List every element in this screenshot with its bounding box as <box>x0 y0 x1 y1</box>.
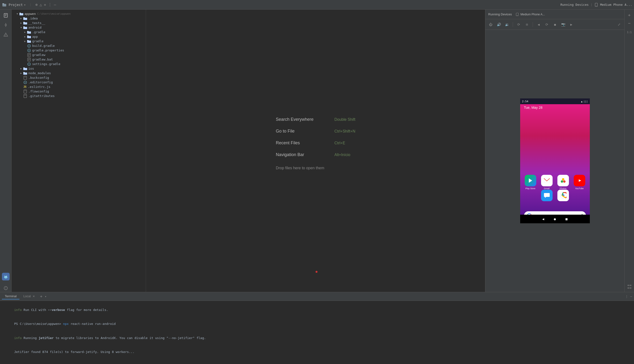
tree-item-editorconfig[interactable]: .editorconfig <box>12 80 146 84</box>
tree-item-dotgradle[interactable]: ▶ .gradle <box>12 30 146 34</box>
terminal-minimize-btn[interactable]: — <box>630 294 632 298</box>
phone-nav-bar: ◀ ● ■ <box>520 215 590 223</box>
sidebar-icon-android[interactable] <box>2 273 10 280</box>
stop-btn[interactable]: ◼ <box>552 21 558 28</box>
tree-item-appwen[interactable]: ▼ appwen C:\Users\moise\appwen <box>12 12 146 16</box>
tree-item-ios[interactable]: ▶ ios <box>12 66 146 71</box>
tree-item-eslintrc[interactable]: JS .eslintrc.js <box>12 84 146 89</box>
app-messages[interactable] <box>541 190 552 202</box>
phone-status-bar: 2:54 ▲ ||| <box>520 98 590 104</box>
main-content: ▼ appwen C:\Users\moise\appwen ▶ .idea ▶… <box>0 10 634 292</box>
gmail-icon <box>541 175 552 186</box>
project-title[interactable]: Project ▾ <box>9 3 26 7</box>
expand-icon[interactable]: ⊕ <box>35 2 38 7</box>
device-tab[interactable]: Medium Phone A... <box>516 13 545 16</box>
top-bar-left: Project ▾ | ⊕ △ ✕ ⋮ — <box>2 2 56 7</box>
volume-down-btn[interactable]: 🔉 <box>504 21 510 28</box>
phone-app-grid: Play Store Gmail <box>520 175 590 190</box>
phone-date: Tue, May 28 <box>524 106 542 110</box>
running-devices-panel: Running Devices Medium Phone A... ⏻ 🔊 🔉 … <box>485 10 624 292</box>
tree-item-gradle[interactable]: ▶ gradle <box>12 39 146 44</box>
tree-label: .editorconfig <box>28 80 53 84</box>
terminal-right-actions: ⋮ — <box>625 294 632 298</box>
zoom-out-btn[interactable]: − <box>626 20 633 26</box>
tree-label: .eslintrc.js <box>28 85 50 88</box>
tree-label: gradle.properties <box>32 48 64 52</box>
tree-item-node-modules[interactable]: ▶ node_modules <box>12 71 146 76</box>
tree-item-flowconfig[interactable]: .flowconfig <box>12 89 146 94</box>
tree-item-gradlew-bat[interactable]: gradlew.bat <box>12 57 146 62</box>
svg-rect-52 <box>24 76 27 80</box>
tree-item-build-gradle[interactable]: build.gradle <box>12 44 146 48</box>
up-icon[interactable]: △ <box>40 2 42 7</box>
terminal-content[interactable]: info Run CLI with --verbose flag for mor… <box>0 301 634 364</box>
left-sidebar-icons <box>0 10 12 292</box>
term-line-2: PS C:\Users\moise\appwen> npx react-nati… <box>3 317 631 331</box>
sidebar-icon-warnings[interactable] <box>2 31 10 38</box>
sidebar-icon-bottom[interactable] <box>2 284 10 292</box>
svg-rect-28 <box>23 22 25 23</box>
svg-point-13 <box>6 36 6 36</box>
tab-terminal[interactable]: Terminal <box>2 294 20 300</box>
play-store-icon <box>525 175 536 186</box>
minimize-icon[interactable]: — <box>54 2 56 7</box>
tree-item-idea[interactable]: ▶ .idea <box>12 16 146 21</box>
prev-btn[interactable]: ◀ <box>535 21 542 28</box>
fit-screen-btn[interactable] <box>626 283 633 290</box>
wifi-icon: ▲ <box>581 100 582 103</box>
welcome-recent[interactable]: Recent Files Ctrl+E <box>276 140 355 146</box>
sidebar-icon-files[interactable] <box>2 12 10 19</box>
nav-recent-btn[interactable]: ■ <box>566 217 568 221</box>
svg-point-17 <box>6 276 6 276</box>
tree-item-settings-gradle[interactable]: settings.gradle <box>12 62 146 66</box>
more-btn[interactable]: ▶ <box>568 21 575 28</box>
tree-label: .gradle <box>32 30 46 34</box>
app-photos[interactable]: Photos <box>558 175 569 190</box>
red-dot-indicator <box>316 271 318 273</box>
youtube-icon <box>574 175 585 186</box>
close-icon[interactable]: ✕ <box>44 2 46 7</box>
app-youtube[interactable]: YouTube <box>574 175 585 190</box>
app-chrome[interactable] <box>558 190 569 202</box>
tab-local-close[interactable]: ✕ <box>33 295 35 298</box>
nav-home-btn[interactable]: ● <box>554 217 556 221</box>
term-line-5: info JS server already running. <box>3 359 631 364</box>
welcome-goto[interactable]: Go to File Ctrl+Shift+N <box>276 129 355 134</box>
tree-item-gradle-props[interactable]: gradle.properties <box>12 48 146 52</box>
tree-item-android[interactable]: ▼ android <box>12 25 146 30</box>
zoom-in-btn[interactable]: + <box>626 12 633 18</box>
terminal-add-btn[interactable]: + <box>39 294 44 299</box>
screenshot-btn[interactable]: 📷 <box>560 21 566 28</box>
tree-item-gitattributes[interactable]: .gitattributes <box>12 94 146 98</box>
tab-local[interactable]: Local ✕ <box>20 294 38 300</box>
power-btn[interactable]: ⏻ <box>487 21 494 28</box>
refresh-btn[interactable]: ⟳ <box>544 21 550 28</box>
welcome-search[interactable]: Search Everywhere Double Shift <box>276 117 355 122</box>
tree-item-tests[interactable]: ▶ __tests__ <box>12 21 146 25</box>
expand-btn[interactable]: ⤢ <box>616 21 622 28</box>
fold-btn[interactable]: ⊟ <box>524 21 530 28</box>
file-tree: ▼ appwen C:\Users\moise\appwen ▶ .idea ▶… <box>12 10 146 292</box>
tree-item-gradlew[interactable]: gradlew <box>12 52 146 57</box>
device-controls: ⏻ 🔊 🔉 ⟳ ⊟ ◀ ⟳ ◼ 📷 ▶ ⤢ <box>485 19 624 30</box>
nav-back-btn[interactable]: ◀ <box>542 217 544 221</box>
more-icon[interactable]: ⋮ <box>48 2 52 7</box>
terminal-dropdown-btn[interactable]: ▾ <box>45 295 46 298</box>
running-devices-tab[interactable]: Running Devices | Medium Phone A... <box>560 3 632 7</box>
tree-item-buckconfig[interactable]: .buckconfig <box>12 76 146 80</box>
app-play-store[interactable]: Play Store <box>525 175 536 190</box>
tree-item-app[interactable]: ▶ app <box>12 34 146 39</box>
term-line-1: info Run CLI with --verbose flag for mor… <box>3 303 631 317</box>
phone-wallpaper <box>520 98 590 223</box>
volume-up-btn[interactable]: 🔊 <box>496 21 502 28</box>
app-gmail[interactable]: Gmail <box>541 175 552 190</box>
welcome-nav[interactable]: Navigation Bar Alt+Início <box>276 152 355 157</box>
svg-point-64 <box>561 180 563 183</box>
rotate-btn[interactable]: ⟳ <box>515 21 522 28</box>
terminal-more-btn[interactable]: ⋮ <box>625 294 628 298</box>
sidebar-icon-commit[interactable] <box>2 21 10 29</box>
tree-label: appwen <box>24 12 36 16</box>
chrome-icon <box>558 190 569 201</box>
tree-label: node_modules <box>28 71 51 75</box>
svg-marker-61 <box>529 178 532 183</box>
